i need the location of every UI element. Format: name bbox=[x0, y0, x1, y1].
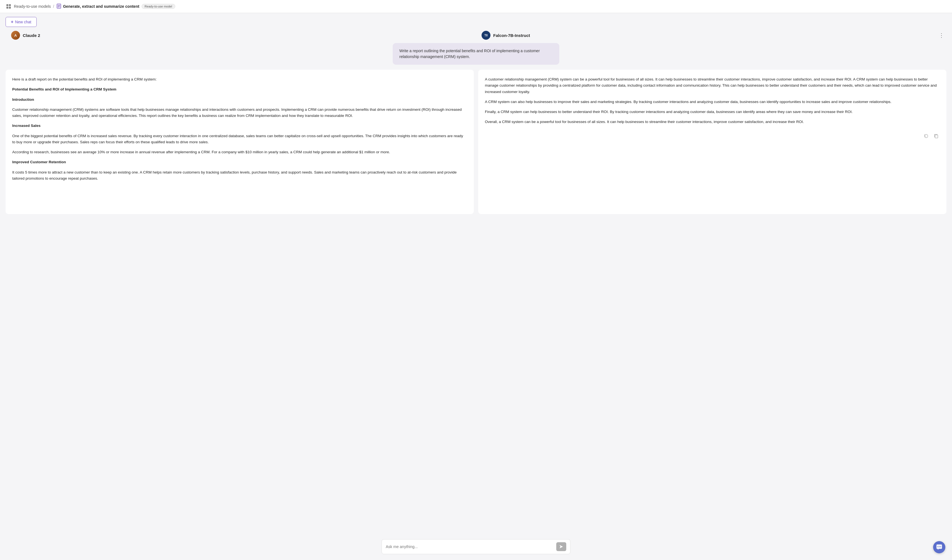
falcon-avatar: TII bbox=[482, 31, 490, 40]
claude-para-3: Introduction bbox=[12, 97, 467, 103]
claude-para-1: Here is a draft report on the potential … bbox=[12, 76, 467, 82]
responses-area: Here is a draft report on the potential … bbox=[0, 70, 952, 535]
claude-avatar: A bbox=[11, 31, 20, 40]
svg-rect-2 bbox=[6, 7, 8, 9]
svg-rect-0 bbox=[6, 4, 8, 6]
chat-input[interactable] bbox=[386, 545, 554, 549]
prompt-area: Write a report outlining the potential b… bbox=[0, 43, 952, 70]
new-chat-button[interactable]: + New chat bbox=[6, 17, 37, 27]
copy-button[interactable] bbox=[933, 133, 940, 141]
svg-point-12 bbox=[938, 546, 938, 547]
svg-marker-10 bbox=[559, 545, 563, 548]
claude-para-7: According to research, businesses see an… bbox=[12, 149, 467, 155]
svg-point-14 bbox=[940, 546, 941, 547]
falcon-para-3: Finally, a CRM system can help businesse… bbox=[485, 109, 940, 115]
claude-model-name: Claude 2 bbox=[23, 33, 40, 38]
claude-para-6: One of the biggest potential benefits of… bbox=[12, 133, 467, 145]
plus-icon: + bbox=[11, 19, 13, 25]
regenerate-button[interactable] bbox=[923, 133, 930, 141]
claude-para-5: Increased Sales bbox=[12, 123, 467, 129]
svg-rect-3 bbox=[9, 7, 11, 9]
card-actions bbox=[485, 130, 940, 141]
claude-response-card: Here is a draft report on the potential … bbox=[6, 70, 474, 214]
svg-rect-9 bbox=[935, 135, 938, 138]
falcon-model-name: Falcon-7B-Instruct bbox=[493, 33, 530, 38]
input-wrapper bbox=[382, 539, 570, 554]
prompt-bubble: Write a report outlining the potential b… bbox=[393, 43, 559, 65]
model-badge: Ready-to-use model bbox=[142, 4, 175, 9]
svg-point-13 bbox=[939, 546, 940, 547]
svg-rect-1 bbox=[9, 4, 11, 6]
claude-para-9: It costs 5 times more to attract a new c… bbox=[12, 170, 467, 182]
breadcrumb-part1[interactable]: Ready-to-use models bbox=[14, 4, 51, 9]
claude-para-8: Improved Customer Retention bbox=[12, 159, 467, 165]
grid-icon bbox=[6, 3, 12, 9]
breadcrumb-separator: / bbox=[53, 4, 54, 9]
breadcrumb-part2: Generate, extract and summarize content bbox=[56, 4, 139, 9]
claude-para-4: Customer relationship management (CRM) s… bbox=[12, 106, 467, 119]
models-header: A Claude 2 TII Falcon-7B-Instruct ⋮ bbox=[0, 31, 952, 43]
header: Ready-to-use models / Generate, extract … bbox=[0, 0, 952, 13]
falcon-para-2: A CRM system can also help businesses to… bbox=[485, 99, 940, 105]
claude-para-2: Potential Benefits and ROI of Implementi… bbox=[12, 86, 467, 93]
document-icon bbox=[56, 4, 61, 9]
falcon-para-1: A customer relationship management (CRM)… bbox=[485, 76, 940, 95]
send-button[interactable] bbox=[556, 542, 566, 551]
model-header-falcon: TII Falcon-7B-Instruct ⋮ bbox=[476, 31, 946, 40]
input-area bbox=[0, 535, 952, 558]
prompt-text: Write a report outlining the potential b… bbox=[399, 49, 540, 59]
chat-fab[interactable] bbox=[933, 541, 945, 553]
falcon-response-card: A customer relationship management (CRM)… bbox=[478, 70, 946, 214]
breadcrumb: Ready-to-use models / Generate, extract … bbox=[14, 4, 175, 9]
toolbar: + New chat bbox=[0, 13, 952, 31]
falcon-para-4: Overall, a CRM system can be a powerful … bbox=[485, 119, 940, 125]
model-header-claude: A Claude 2 bbox=[6, 31, 476, 40]
model-menu-button[interactable]: ⋮ bbox=[937, 31, 946, 40]
